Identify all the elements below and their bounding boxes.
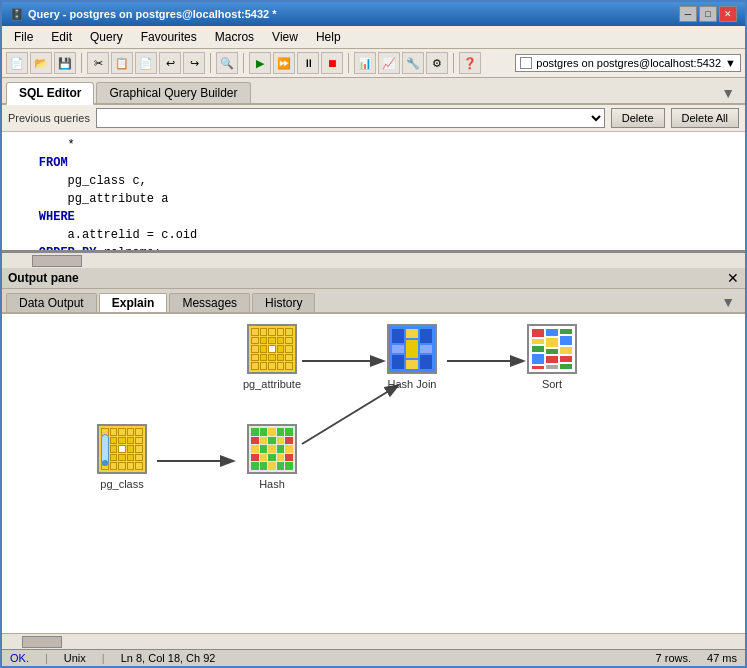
tb-cut[interactable]: ✂ — [87, 52, 109, 74]
tab-history[interactable]: History — [252, 293, 315, 312]
sort-label: Sort — [542, 378, 562, 390]
sql-line-3: pg_class c, — [10, 172, 737, 190]
output-header: Output pane ✕ — [2, 268, 745, 289]
plan-scroll[interactable]: pg_attribute — [2, 314, 745, 633]
node-hash-join[interactable]: Hash Join — [372, 324, 452, 390]
status-rows: 7 rows. — [656, 652, 691, 664]
tb-divider-2 — [210, 53, 211, 73]
editor-hscroll-thumb[interactable] — [32, 255, 82, 267]
tb-save[interactable]: 💾 — [54, 52, 76, 74]
window-title: Query - postgres on postgres@localhost:5… — [28, 8, 277, 20]
menu-edit[interactable]: Edit — [43, 28, 80, 46]
node-pg-attribute[interactable]: pg_attribute — [232, 324, 312, 390]
delete-all-button[interactable]: Delete All — [671, 108, 739, 128]
menu-query[interactable]: Query — [82, 28, 131, 46]
sql-line-7: ORDER BY relname; — [10, 244, 737, 252]
tb-paste[interactable]: 📄 — [135, 52, 157, 74]
sql-line-2: FROM — [10, 154, 737, 172]
sql-line-5: WHERE — [10, 208, 737, 226]
tb-profile[interactable]: ⚙ — [426, 52, 448, 74]
tb-divider-5 — [453, 53, 454, 73]
menu-file[interactable]: File — [6, 28, 41, 46]
tb-divider-4 — [348, 53, 349, 73]
pg-attribute-label: pg_attribute — [243, 378, 301, 390]
tb-help[interactable]: ❓ — [459, 52, 481, 74]
tb-explain[interactable]: 📊 — [354, 52, 376, 74]
output-pane-title: Output pane — [8, 271, 79, 285]
tb-analyze[interactable]: 📈 — [378, 52, 400, 74]
status-timing: 47 ms — [707, 652, 737, 664]
sql-line-1: * — [10, 136, 737, 154]
tb-open[interactable]: 📂 — [30, 52, 52, 74]
tb-vacuum[interactable]: 🔧 — [402, 52, 424, 74]
plan-canvas: pg_attribute — [2, 314, 702, 574]
title-bar-left: 🗄️ Query - postgres on postgres@localhos… — [10, 8, 277, 21]
conn-dropdown-icon[interactable]: ▼ — [725, 57, 736, 69]
menu-favourites[interactable]: Favourites — [133, 28, 205, 46]
tb-runall[interactable]: ⏩ — [273, 52, 295, 74]
tab-sql-editor[interactable]: SQL Editor — [6, 82, 94, 105]
tb-divider-3 — [243, 53, 244, 73]
title-bar: 🗄️ Query - postgres on postgres@localhos… — [2, 2, 745, 26]
editor-section: SQL Editor Graphical Query Builder ▼ Pre… — [2, 78, 745, 268]
sort-icon — [527, 324, 577, 374]
menu-macros[interactable]: Macros — [207, 28, 262, 46]
editor-hscroll[interactable] — [2, 252, 745, 268]
tab-messages[interactable]: Messages — [169, 293, 250, 312]
tb-divider-1 — [81, 53, 82, 73]
tab-explain[interactable]: Explain — [99, 293, 168, 312]
toolbar: 📄 📂 💾 ✂ 📋 📄 ↩ ↪ 🔍 ▶ ⏩ ⏸ ⏹ 📊 📈 🔧 ⚙ ❓ post… — [2, 49, 745, 78]
menu-help[interactable]: Help — [308, 28, 349, 46]
minimize-button[interactable]: ─ — [679, 6, 697, 22]
maximize-button[interactable]: □ — [699, 6, 717, 22]
sql-line-4: pg_attribute a — [10, 190, 737, 208]
prev-queries-select[interactable] — [96, 108, 605, 128]
main-content: SQL Editor Graphical Query Builder ▼ Pre… — [2, 78, 745, 649]
tb-copy[interactable]: 📋 — [111, 52, 133, 74]
hash-label: Hash — [259, 478, 285, 490]
menu-bar: File Edit Query Favourites Macros View H… — [2, 26, 745, 49]
status-sep-1: | — [45, 652, 48, 664]
prev-queries-label: Previous queries — [8, 112, 90, 124]
pg-attribute-icon — [247, 324, 297, 374]
output-hscroll-thumb[interactable] — [22, 636, 62, 648]
output-section: Output pane ✕ Data Output Explain Messag… — [2, 268, 745, 649]
tb-pause[interactable]: ⏸ — [297, 52, 319, 74]
output-hscroll[interactable] — [2, 633, 745, 649]
menu-view[interactable]: View — [264, 28, 306, 46]
conn-checkbox — [520, 57, 532, 69]
tb-redo[interactable]: ↪ — [183, 52, 205, 74]
tb-find[interactable]: 🔍 — [216, 52, 238, 74]
status-bar: OK. | Unix | Ln 8, Col 18, Ch 92 7 rows.… — [2, 649, 745, 666]
delete-button[interactable]: Delete — [611, 108, 665, 128]
output-close-button[interactable]: ✕ — [727, 270, 739, 286]
status-sep-2: | — [102, 652, 105, 664]
hash-join-icon — [387, 324, 437, 374]
status-ok: OK. — [10, 652, 29, 664]
node-hash[interactable]: Hash — [232, 424, 312, 490]
sql-line-6: a.attrelid = c.oid — [10, 226, 737, 244]
node-sort[interactable]: Sort — [512, 324, 592, 390]
tb-new[interactable]: 📄 — [6, 52, 28, 74]
title-bar-controls: ─ □ ✕ — [679, 6, 737, 22]
hash-icon — [247, 424, 297, 474]
tb-stop[interactable]: ⏹ — [321, 52, 343, 74]
plan-area: pg_attribute — [2, 314, 745, 633]
app-icon: 🗄️ — [10, 8, 24, 21]
status-encoding: Unix — [64, 652, 86, 664]
editor-tab-dropdown[interactable]: ▼ — [715, 83, 741, 103]
output-tab-dropdown[interactable]: ▼ — [715, 292, 741, 312]
node-pg-class[interactable]: pg_class — [82, 424, 162, 490]
sql-editor[interactable]: * FROM pg_class c, pg_attribute a WHERE … — [2, 132, 745, 252]
close-button[interactable]: ✕ — [719, 6, 737, 22]
pg-class-label: pg_class — [100, 478, 143, 490]
tab-data-output[interactable]: Data Output — [6, 293, 97, 312]
connection-selector[interactable]: postgres on postgres@localhost:5432 ▼ — [515, 54, 741, 72]
tb-undo[interactable]: ↩ — [159, 52, 181, 74]
output-tab-bar: Data Output Explain Messages History ▼ — [2, 289, 745, 314]
main-window: 🗄️ Query - postgres on postgres@localhos… — [0, 0, 747, 668]
tab-graphical-query-builder[interactable]: Graphical Query Builder — [96, 82, 250, 103]
svg-line-3 — [302, 386, 397, 444]
editor-tab-bar: SQL Editor Graphical Query Builder ▼ — [2, 78, 745, 105]
tb-run[interactable]: ▶ — [249, 52, 271, 74]
